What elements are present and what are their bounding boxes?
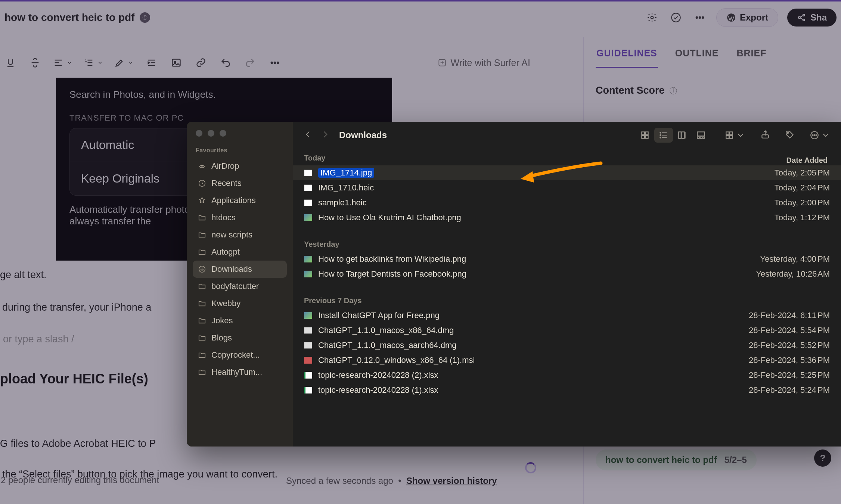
window-zoom-icon[interactable] [220, 130, 226, 137]
file-row[interactable]: ChatGPT_0.12.0_windows_x86_64 (1).msi28-… [293, 353, 841, 368]
svg-point-63 [814, 135, 815, 136]
tab-outline[interactable]: OUTLINE [674, 46, 720, 68]
file-row[interactable]: How to Target Dentists on Facebook.pngYe… [293, 267, 841, 281]
window-traffic-lights[interactable] [193, 130, 287, 137]
info-icon[interactable] [140, 12, 150, 23]
align-dropdown[interactable] [53, 57, 72, 68]
strikethrough-button[interactable] [28, 56, 42, 69]
file-row[interactable]: How to Use Ola Krutrim AI Chatbot.pngTod… [293, 210, 841, 225]
file-date: Yesterday, 4:00 PM [760, 254, 830, 264]
image-button[interactable] [170, 56, 183, 69]
redo-button[interactable] [243, 56, 257, 69]
sidebar-item-blogs[interactable]: Blogs [193, 329, 287, 346]
check-circle-icon[interactable] [668, 10, 683, 25]
info-icon[interactable] [669, 87, 677, 95]
alt-text-caption[interactable]: ge alt text. [0, 267, 47, 283]
more-format-icon[interactable] [268, 56, 282, 69]
loading-spinner-icon [525, 462, 536, 473]
svg-point-5 [696, 17, 698, 18]
content-score-label: Content Score [596, 85, 841, 96]
export-button[interactable]: Export [716, 8, 778, 27]
version-history-link[interactable]: Show version history [406, 476, 497, 486]
nav-back-button[interactable] [303, 130, 313, 141]
view-gallery-button[interactable] [692, 128, 710, 143]
tab-brief[interactable]: BRIEF [736, 46, 767, 68]
sidebar-item-label: Kwebby [211, 299, 240, 308]
sidebar-item-htdocs[interactable]: htdocs [193, 209, 287, 226]
paragraph-text[interactable]: during the transfer, your iPhone a [2, 300, 151, 315]
file-row[interactable]: Install ChatGPT App for Free.png28-Feb-2… [293, 308, 841, 323]
svg-point-10 [803, 14, 805, 16]
finder-toolbar: Downloads [293, 122, 841, 149]
paragraph-text[interactable]: G files to Adobe Acrobat HEIC to P [0, 436, 156, 451]
file-name: ChatGPT_1.1.0_macos_aarch64.dmg [318, 340, 457, 350]
sidebar-item-label: Downloads [211, 264, 252, 274]
file-row[interactable]: sample1.heicToday, 2:00 PM [293, 195, 841, 210]
action-menu-button[interactable] [810, 130, 831, 140]
undo-button[interactable] [219, 56, 232, 69]
sidebar-item-label: Recents [211, 178, 242, 188]
sparkle-icon [437, 58, 447, 68]
group-header: Previous 7 Days [293, 291, 841, 308]
file-name: How to get backlinks from Wikipedia.png [318, 254, 466, 264]
sidebar-item-jokes[interactable]: Jokes [193, 312, 287, 329]
sidebar-item-kwebby[interactable]: Kwebby [193, 295, 287, 312]
sidebar-item-airdrop[interactable]: AirDrop [193, 158, 287, 175]
file-row[interactable]: topic-research-20240228 (1).xlsx28-Feb-2… [293, 383, 841, 398]
sidebar-item-bodyfatcutter[interactable]: bodyfatcutter [193, 278, 287, 295]
tab-guidelines[interactable]: GUIDELINES [596, 46, 658, 68]
share-button[interactable] [760, 130, 770, 141]
document-title[interactable]: how to convert heic to pdf [4, 12, 134, 24]
finder-window[interactable]: Favourites AirDropRecentsApplicationshtd… [187, 122, 841, 447]
share-button[interactable]: Sha [787, 9, 837, 27]
view-icons-button[interactable] [636, 128, 654, 143]
view-columns-button[interactable] [673, 128, 692, 143]
applications-icon [198, 196, 206, 205]
underline-button[interactable] [4, 56, 17, 69]
link-button[interactable] [194, 56, 208, 69]
svg-point-46 [660, 135, 661, 136]
group-by-button[interactable] [724, 130, 745, 140]
file-row[interactable]: How to get backlinks from Wikipedia.pngY… [293, 252, 841, 267]
more-dots-icon[interactable] [692, 10, 707, 25]
sidebar-item-label: htdocs [211, 213, 236, 223]
annotation-arrow-icon [517, 160, 603, 183]
write-with-ai-button[interactable]: Write with Surfer AI [437, 57, 583, 68]
finder-sidebar: Favourites AirDropRecentsApplicationshtd… [187, 122, 293, 447]
chevron-down-icon [66, 60, 72, 66]
sidebar-item-new-scripts[interactable]: new scripts [193, 226, 287, 243]
view-list-button[interactable] [654, 128, 673, 143]
svg-point-2 [145, 16, 146, 17]
svg-rect-48 [679, 132, 681, 138]
nav-forward-button[interactable] [320, 130, 330, 141]
highlight-dropdown[interactable] [114, 57, 134, 68]
keyword-chip[interactable]: how to convert heic to pdf5/2–5 [596, 449, 757, 470]
sidebar-item-applications[interactable]: Applications [193, 192, 287, 209]
tags-button[interactable] [785, 130, 795, 141]
write-ai-label: Write with Surfer AI [451, 57, 531, 68]
finder-main: Downloads Date Added TodayIMG_1714.jpgTo… [293, 122, 841, 447]
sidebar-item-copyrocket-[interactable]: Copyrocket... [193, 346, 287, 364]
settings-gear-icon[interactable] [645, 10, 660, 25]
file-row[interactable]: ChatGPT_1.1.0_macos_aarch64.dmg28-Feb-20… [293, 338, 841, 353]
slash-placeholder[interactable]: or type a slash / [3, 332, 74, 347]
indent-button[interactable] [145, 56, 158, 69]
sidebar-item-recents[interactable]: Recents [193, 175, 287, 192]
help-button[interactable]: ? [814, 449, 831, 467]
svg-point-7 [702, 17, 704, 18]
column-header-date[interactable]: Date Added [786, 156, 828, 165]
sidebar-item-downloads[interactable]: Downloads [193, 261, 287, 278]
topbar: how to convert heic to pdf Export Sha [0, 4, 841, 31]
sidebar-item-autogpt[interactable]: Autogpt [193, 243, 287, 261]
window-minimize-icon[interactable] [208, 130, 214, 137]
file-row[interactable]: topic-research-20240228 (2).xlsx28-Feb-2… [293, 368, 841, 383]
file-row[interactable]: ChatGPT_1.1.0_macos_x86_64.dmg28-Feb-202… [293, 323, 841, 338]
list-dropdown[interactable]: 1 [84, 57, 103, 68]
file-date: Today, 2:05 PM [775, 168, 830, 178]
sidebar-item-healthytum-[interactable]: HealthyTum... [193, 364, 287, 381]
window-close-icon[interactable] [196, 130, 202, 137]
heading-text[interactable]: pload Your HEIC File(s) [0, 369, 148, 389]
file-name: IMG_1714.jpg [318, 168, 374, 178]
svg-point-28 [271, 62, 273, 63]
svg-point-30 [277, 62, 279, 63]
